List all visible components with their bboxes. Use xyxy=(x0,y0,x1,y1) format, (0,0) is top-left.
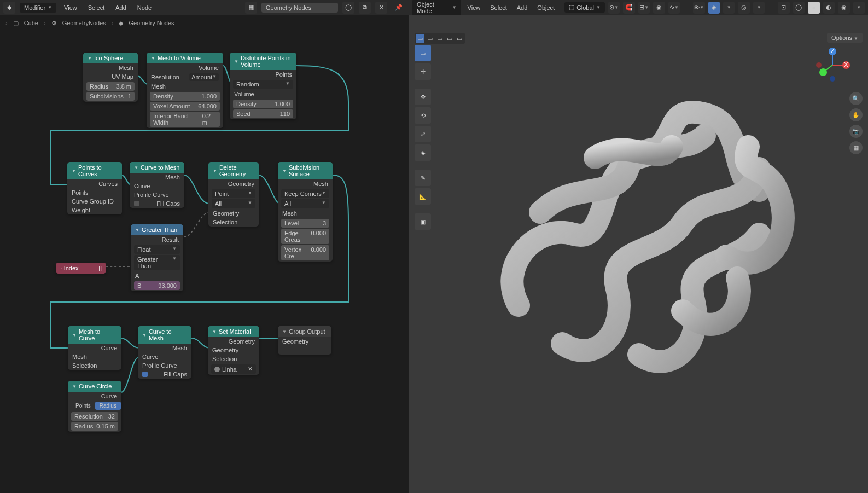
perspective-icon[interactable]: ▦ xyxy=(849,141,863,154)
field-edge-crease[interactable]: Edge Creas0.000 xyxy=(281,229,329,244)
options-button[interactable]: Options ▼ xyxy=(827,33,863,43)
viewport-canvas[interactable]: ▭ ▭ ▭ ▭ ▭ Options ▼ ▭ ✛ ✥ ⟲ ⤢ ◈ ✎ 📐 ▣ xyxy=(409,15,868,493)
field-b[interactable]: B93.000 xyxy=(134,281,180,290)
shading-render-icon[interactable]: ◉ xyxy=(838,2,849,14)
zoom-icon[interactable]: 🔍 xyxy=(849,92,863,105)
xray-icon[interactable]: ⊡ xyxy=(778,2,789,14)
field-voxel[interactable]: Voxel Amount64.000 xyxy=(150,102,220,111)
tool-transform[interactable]: ◈ xyxy=(415,144,431,161)
resolution-row[interactable]: ResolutionAmount ▼ xyxy=(147,72,223,82)
mode-select[interactable]: Random▼ xyxy=(233,80,293,89)
material-select[interactable]: Linha✕ xyxy=(211,364,256,374)
tool-annotate[interactable]: ✎ xyxy=(415,170,431,186)
node-mesh-to-volume[interactable]: ▼Mesh to Volume Volume ResolutionAmount … xyxy=(147,53,223,128)
node-header[interactable]: ▼Distribute Points in Volume xyxy=(230,53,296,70)
mode-dropdown[interactable]: Object Mode▼ xyxy=(412,0,461,16)
sel-mode-sub[interactable]: ▭ xyxy=(435,34,444,43)
overlays-icon[interactable]: ◎ xyxy=(738,2,749,14)
node-set-material[interactable]: ▼Set Material Geometry Geometry Selectio… xyxy=(208,326,259,375)
menu-add[interactable]: Add xyxy=(112,3,130,13)
tool-select-box[interactable]: ▭ xyxy=(415,45,431,61)
node-index[interactable]: ›Index|| xyxy=(56,263,106,274)
node-distribute-points[interactable]: ▼Distribute Points in Volume Points Rand… xyxy=(230,53,296,119)
node-mesh-to-curve[interactable]: ▼Mesh to Curve Curve Mesh Selection xyxy=(68,326,121,370)
pan-icon[interactable]: ✋ xyxy=(849,108,863,121)
datatype-select[interactable]: Float▼ xyxy=(134,245,180,254)
node-ico-sphere[interactable]: ▼Ico Sphere Mesh UV Map Radius3.8 m Subd… xyxy=(83,53,138,102)
field-band[interactable]: Interior Band Width0.2 m xyxy=(150,112,220,127)
domain-select[interactable]: Point▼ xyxy=(212,189,255,198)
tool-rotate[interactable]: ⟲ xyxy=(415,107,431,124)
checkbox-fillcaps[interactable] xyxy=(134,201,139,206)
camera-icon[interactable]: 📷 xyxy=(849,125,863,138)
node-points-to-curves[interactable]: ▼Points to Curves Curves Points Curve Gr… xyxy=(67,162,122,214)
menu-object-3d[interactable]: Object xyxy=(534,3,558,13)
shading-wire-icon[interactable]: ◯ xyxy=(793,2,805,14)
mode-select[interactable]: All▼ xyxy=(212,199,255,208)
bc-nodegroup[interactable]: Geometry Nodes xyxy=(129,20,174,26)
shading-solid-icon[interactable]: ● xyxy=(808,2,819,14)
field-radius[interactable]: Radius0.15 m xyxy=(71,422,118,431)
node-curve-circle[interactable]: ▼Curve Circle Curve PointsRadius Resolut… xyxy=(68,381,121,432)
nodegroup-name-input[interactable]: Geometry Nodes xyxy=(261,3,338,13)
copy-icon[interactable]: ⧉ xyxy=(359,2,371,14)
snap-type-icon[interactable]: ⊞▼ xyxy=(638,2,650,14)
menu-node[interactable]: Node xyxy=(134,3,155,13)
node-editor-canvas[interactable]: ▼Ico Sphere Mesh UV Map Radius3.8 m Subd… xyxy=(0,31,409,493)
shield-icon[interactable]: ◯ xyxy=(342,2,354,14)
close-icon[interactable]: ✕ xyxy=(375,2,387,14)
field-subdivisions[interactable]: Subdivisions1 xyxy=(86,92,135,101)
node-curve-to-mesh-1[interactable]: ▼Curve to Mesh Mesh Curve Profile Curve … xyxy=(130,162,184,208)
tool-add-cube[interactable]: ▣ xyxy=(415,213,431,230)
field-level[interactable]: Level3 xyxy=(281,219,329,228)
tool-cursor[interactable]: ✛ xyxy=(415,63,431,80)
gizmo-dd-icon[interactable]: ▼ xyxy=(723,2,735,14)
field-vertex-crease[interactable]: Vertex Cre0.000 xyxy=(281,245,329,260)
editor-type-icon[interactable]: ◆ xyxy=(3,2,15,14)
gizmo-toggle-icon[interactable]: ◈ xyxy=(708,2,720,14)
browse-icon[interactable]: ▦ xyxy=(245,2,257,14)
field-density[interactable]: Density1.000 xyxy=(233,100,293,108)
field-radius[interactable]: Radius3.8 m xyxy=(86,82,135,91)
menu-select[interactable]: Select xyxy=(85,3,108,13)
bc-object[interactable]: Cube xyxy=(24,20,38,26)
sel-mode-box[interactable]: ▭ xyxy=(416,34,424,43)
menu-view[interactable]: View xyxy=(61,3,80,13)
op-select[interactable]: Greater Than▼ xyxy=(134,255,180,270)
node-header[interactable]: ▼Ico Sphere xyxy=(83,53,138,63)
tool-scale[interactable]: ⤢ xyxy=(415,126,431,142)
menu-add-3d[interactable]: Add xyxy=(514,3,531,13)
uv-smooth-select[interactable]: Keep Corners▼ xyxy=(281,189,329,198)
tool-move[interactable]: ✥ xyxy=(415,89,431,105)
field-resolution[interactable]: Resolution32 xyxy=(71,412,118,421)
navigation-gizmo[interactable]: X Z xyxy=(813,46,852,84)
sel-mode-invert[interactable]: ▭ xyxy=(445,34,454,43)
proportional-type-icon[interactable]: ∿▼ xyxy=(668,2,680,14)
visibility-icon[interactable]: 👁▼ xyxy=(693,2,704,14)
field-seed[interactable]: Seed110 xyxy=(233,109,293,118)
field-density[interactable]: Density1.000 xyxy=(150,92,220,101)
shading-dd-icon[interactable]: ▼ xyxy=(853,2,865,14)
proportional-icon[interactable]: ◉ xyxy=(653,2,665,14)
seg-radius[interactable]: Radius xyxy=(95,402,121,410)
pin-icon[interactable]: 📌 xyxy=(392,4,406,11)
orientation-dropdown[interactable]: ⬚ Global▼ xyxy=(564,2,605,13)
checkbox-fillcaps[interactable] xyxy=(142,372,148,377)
seg-points[interactable]: Points xyxy=(71,402,95,410)
node-header[interactable]: ▼Mesh to Volume xyxy=(147,53,223,63)
overlays-dd-icon[interactable]: ▼ xyxy=(753,2,765,14)
sel-mode-intersect[interactable]: ▭ xyxy=(455,34,464,43)
node-delete-geometry[interactable]: ▼Delete Geometry Geometry Point▼ All▼ Ge… xyxy=(208,162,259,227)
node-greater-than[interactable]: ▼Greater Than Result Float▼ Greater Than… xyxy=(131,224,183,291)
menu-view-3d[interactable]: View xyxy=(464,3,484,13)
modifier-dropdown[interactable]: Modifier ▼ xyxy=(20,3,56,13)
snap-icon[interactable]: 🧲 xyxy=(623,2,634,14)
tool-measure[interactable]: 📐 xyxy=(415,188,431,205)
boundary-select[interactable]: All▼ xyxy=(281,199,329,208)
node-curve-to-mesh-2[interactable]: ▼Curve to Mesh Mesh Curve Profile Curve … xyxy=(138,326,191,379)
node-subdivision-surface[interactable]: ▼Subdivision Surface Mesh Keep Corners▼ … xyxy=(278,162,333,262)
sel-mode-extend[interactable]: ▭ xyxy=(426,34,434,43)
bc-modifier[interactable]: GeometryNodes xyxy=(62,20,106,26)
node-group-output[interactable]: ▼Group Output Geometry xyxy=(278,326,331,355)
viewport-3d[interactable]: Object Mode▼ View Select Add Object ⬚ Gl… xyxy=(409,0,868,493)
